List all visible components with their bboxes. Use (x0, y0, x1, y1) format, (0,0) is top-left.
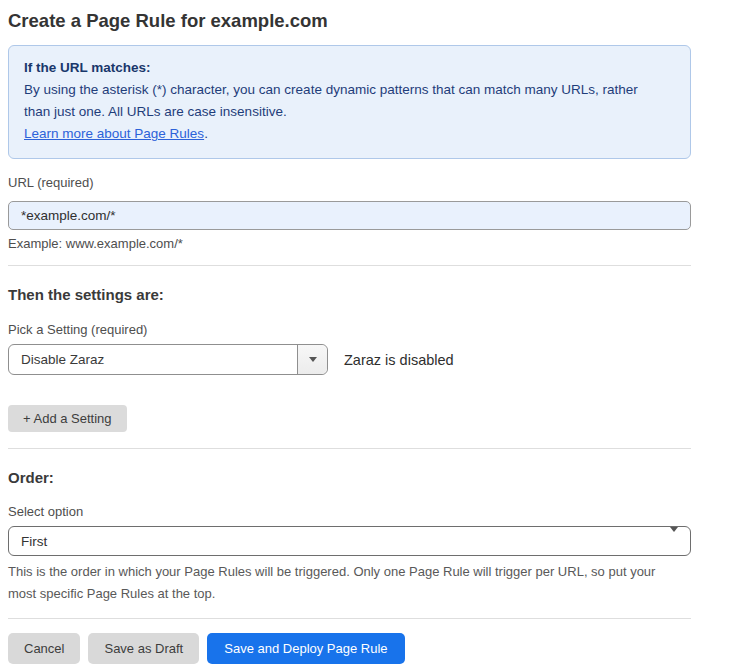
order-help-text: This is the order in which your Page Rul… (8, 561, 678, 605)
link-suffix: . (204, 126, 208, 141)
divider (8, 448, 691, 449)
page-title: Create a Page Rule for example.com (8, 10, 691, 32)
pick-setting-label: Pick a Setting (required) (8, 322, 691, 337)
setting-row: Disable Zaraz Zaraz is disabled (8, 344, 691, 375)
divider (8, 618, 691, 619)
order-select-value: First (9, 534, 47, 549)
settings-section-heading: Then the settings are: (8, 286, 691, 303)
url-field-label: URL (required) (8, 175, 691, 190)
setting-select-value: Disable Zaraz (9, 352, 104, 367)
setting-status-text: Zaraz is disabled (344, 352, 454, 368)
chevron-down-icon (670, 532, 678, 550)
learn-more-link[interactable]: Learn more about Page Rules (24, 126, 204, 141)
url-input[interactable] (8, 201, 691, 230)
add-setting-button[interactable]: + Add a Setting (8, 405, 127, 432)
cancel-button[interactable]: Cancel (8, 633, 80, 664)
url-match-info-box: If the URL matches: By using the asteris… (8, 45, 691, 159)
chevron-down-icon (309, 357, 317, 362)
order-select-label: Select option (8, 504, 691, 519)
save-and-deploy-button[interactable]: Save and Deploy Page Rule (207, 633, 404, 664)
form-actions: Cancel Save as Draft Save and Deploy Pag… (8, 633, 691, 664)
divider (8, 265, 691, 266)
setting-select[interactable]: Disable Zaraz (8, 344, 328, 375)
page-rule-form: Create a Page Rule for example.com If th… (8, 0, 691, 664)
info-box-link-line: Learn more about Page Rules. (24, 123, 675, 145)
save-as-draft-button[interactable]: Save as Draft (88, 633, 199, 664)
setting-select-arrow-button[interactable] (297, 345, 327, 374)
info-box-heading: If the URL matches: (24, 57, 675, 79)
order-section-heading: Order: (8, 469, 691, 486)
info-box-body: By using the asterisk (*) character, you… (24, 79, 664, 123)
order-select[interactable]: First (8, 526, 691, 556)
url-example-text: Example: www.example.com/* (8, 236, 691, 251)
